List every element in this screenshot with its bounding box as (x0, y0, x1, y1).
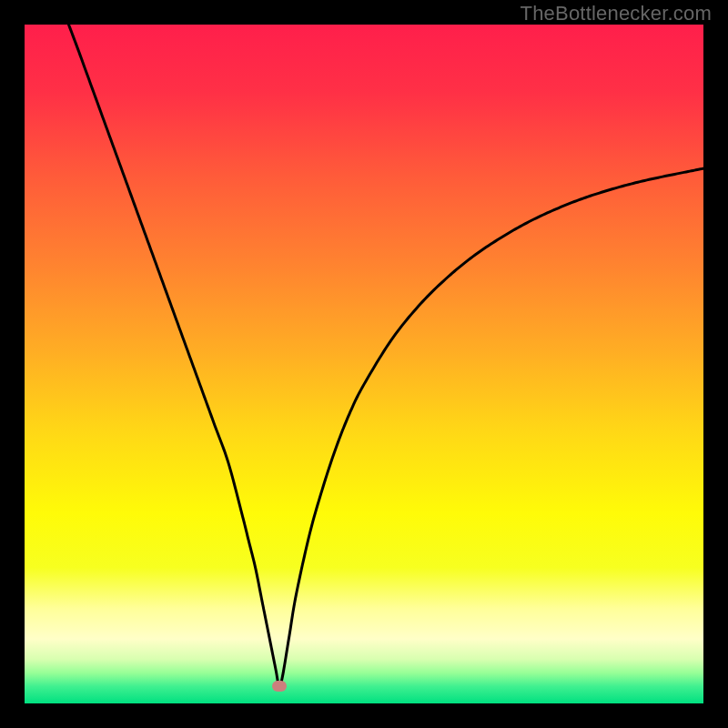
chart-plot-area (25, 25, 703, 703)
bottleneck-curve (68, 25, 703, 687)
attribution-text: TheBottlenecker.com (521, 2, 712, 25)
optimum-marker (272, 681, 287, 692)
curve-layer (25, 25, 703, 703)
